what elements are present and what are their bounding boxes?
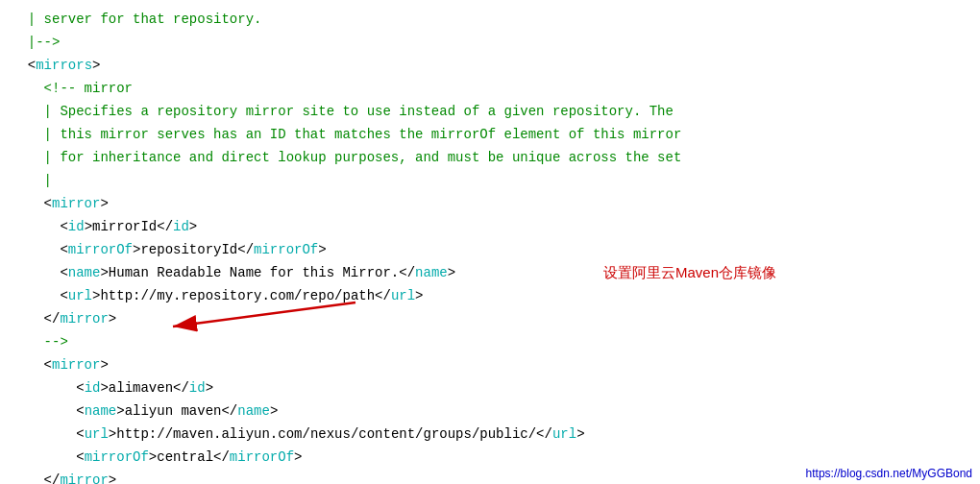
- code-container: | server for that repository. |--> <mirr…: [0, 0, 980, 484]
- code-line: <mirror>: [0, 192, 980, 215]
- code-line: | server for that repository.: [0, 8, 980, 31]
- code-line: | Specifies a repository mirror site to …: [0, 100, 980, 123]
- code-line: <url>http://my.repository.com/repo/path<…: [0, 284, 980, 307]
- code-line: -->: [0, 330, 980, 353]
- code-line: <mirrorOf>repositoryId</mirrorOf>: [0, 238, 980, 261]
- code-line: </mirror>: [0, 307, 980, 330]
- code-line: <name>Human Readable Name for this Mirro…: [0, 261, 980, 284]
- code-line: <mirrorOf>central</mirrorOf>: [0, 446, 980, 469]
- code-line: <name>aliyun maven</name>: [0, 399, 980, 423]
- code-line: <mirrors>: [0, 54, 980, 77]
- code-line: <url>http://maven.aliyun.com/nexus/conte…: [0, 423, 980, 446]
- code-line: <!-- mirror: [0, 77, 980, 100]
- url-link: https://blog.csdn.net/MyGGBond: [806, 467, 972, 480]
- code-line: | for inheritance and direct lookup purp…: [0, 146, 980, 169]
- code-lines: | server for that repository. |--> <mirr…: [0, 8, 980, 484]
- code-line: <id>mirrorId</id>: [0, 215, 980, 238]
- code-line: <id>alimaven</id>: [0, 376, 980, 399]
- code-line: |: [0, 169, 980, 192]
- code-line: <mirror>: [0, 353, 980, 376]
- code-line: | this mirror serves has an ID that matc…: [0, 123, 980, 146]
- code-line: |-->: [0, 31, 980, 54]
